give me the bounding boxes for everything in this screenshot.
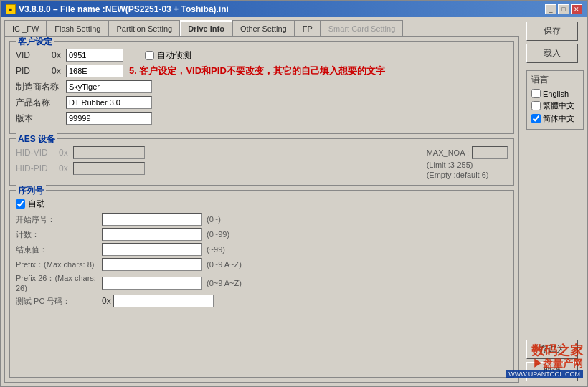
vid-input[interactable] [66,49,123,62]
hid-pid-input[interactable] [73,162,145,175]
serial-prefix8-label: Prefix：(Max chars: 8) [16,259,102,270]
watermark: 数码之家 ▶盘量产网 WWW.UPANTOOL.COM [506,344,583,378]
manufacturer-input[interactable] [66,80,152,93]
lang-traditional[interactable]: 繁體中文 [531,100,579,111]
tab-ic-fw[interactable]: IC _FW [4,20,47,36]
serial-end-hint: (~99) [207,245,225,254]
pc-code-label: 测试 PC 号码： [16,296,102,307]
lang-simplified-label: 简体中文 [543,113,574,124]
manufacturer-row: 制造商名称 [16,80,508,93]
main-area: IC _FW Flash Setting Partition Setting D… [1,17,587,386]
serial-prefix26-hint: (0~9 A~Z) [207,279,242,287]
serial-group-title: 序列号 [16,185,46,197]
serial-auto-checkbox[interactable] [16,199,25,209]
hid-vid-input[interactable] [73,146,145,159]
serial-auto-label: 自动 [28,198,45,210]
vid-label: VID [16,50,52,60]
window-title: V3.8.8.0 – File name :NEW(PS2251-03 + To… [19,4,229,14]
right-sidebar: 保存 载入 语言 English 繁體中文 简体中文 存贮为 [522,17,587,386]
serial-start-hint: (0~) [207,215,221,224]
minimize-button[interactable]: _ [545,4,556,14]
load-button[interactable]: 载入 [526,44,578,63]
language-group: 语言 English 繁體中文 简体中文 [526,70,584,130]
aes-left: HID-VID 0x HID-PID 0x [16,146,419,179]
serial-end-label: 结束值： [16,244,102,255]
maximize-button[interactable]: □ [558,4,569,14]
serial-count-input[interactable] [102,228,202,241]
lang-simplified-checkbox[interactable] [531,114,541,123]
serial-fields: 开始序号： (0~) 计数： (0~99) 结束值： (~99) [16,213,508,307]
serial-prefix8-hint: (0~9 A~Z) [207,260,242,269]
serial-group: 序列号 自动 开始序号： (0~) 计数： [9,190,514,378]
drive-info-panel: 客户设定 VID 0x 自动侦测 PID 0x [4,36,519,383]
serial-end-input[interactable] [102,243,202,256]
auto-detect-row: 自动侦测 [145,49,191,62]
hid-pid-row: HID-PID 0x [16,162,419,175]
product-row: 产品名称 [16,96,508,109]
product-input[interactable] [66,96,152,109]
serial-field-end: 结束值： (~99) [16,243,508,256]
max-noa-label: MAX_NOA : [427,148,469,157]
tab-smart-card-setting: Smart Card Setting [321,20,404,36]
serial-prefix26-label: Prefix 26：(Max chars: 26) [16,273,102,292]
close-button[interactable]: ✕ [571,4,582,14]
main-window: ■ V3.8.8.0 – File name :NEW(PS2251-03 + … [0,0,588,387]
tab-bar: IC _FW Flash Setting Partition Setting D… [4,20,519,36]
serial-prefix26-input[interactable] [102,277,202,290]
serial-start-label: 开始序号： [16,214,102,225]
customer-group: 客户设定 VID 0x 自动侦测 PID 0x [9,41,514,134]
pid-row: PID 0x 5. 客户设定，VID和PID不要改变，其它的自己填入想要的文字 [16,64,508,77]
lang-english-checkbox[interactable] [531,89,541,98]
watermark-line1: 数码之家 [506,344,583,358]
pc-code-prefix: 0x [102,296,111,306]
serial-count-label: 计数： [16,229,102,240]
window-controls: _ □ ✕ [545,4,582,14]
pc-code-input[interactable] [113,295,214,307]
serial-field-start: 开始序号： (0~) [16,213,508,226]
hid-vid-label: HID-VID [16,148,59,158]
aes-group-title: AES 设备 [16,133,57,145]
pid-input[interactable] [66,64,123,77]
title-bar-left: ■ V3.8.8.0 – File name :NEW(PS2251-03 + … [6,4,229,14]
hid-vid-prefix: 0x [59,148,73,158]
lang-english-label: English [543,90,569,98]
serial-prefix8-input[interactable] [102,258,202,271]
serial-field-count: 计数： (0~99) [16,228,508,241]
aes-group: AES 设备 HID-VID 0x HID-PID 0x [9,138,514,186]
serial-auto-row: 自动 [16,198,508,210]
serial-field-prefix26: Prefix 26：(Max chars: 26) (0~9 A~Z) [16,273,508,292]
version-row: 版本 [16,112,508,125]
serial-field-prefix8: Prefix：(Max chars: 8) (0~9 A~Z) [16,258,508,271]
product-label: 产品名称 [16,97,66,109]
aes-right: MAX_NOA : (Limit :3-255) (Empty :default… [427,146,508,179]
vid-prefix: 0x [52,50,66,60]
pid-label: PID [16,66,52,76]
auto-detect-label: 自动侦测 [157,49,191,62]
hid-pid-label: HID-PID [16,163,59,173]
tab-fp[interactable]: FP [295,20,321,36]
pc-code-row: 测试 PC 号码： 0x [16,295,508,307]
customer-group-title: 客户设定 [16,36,54,48]
version-input[interactable] [66,112,152,125]
lang-simplified[interactable]: 简体中文 [531,113,579,124]
save-button[interactable]: 保存 [526,22,578,41]
tab-flash-setting[interactable]: Flash Setting [47,20,108,36]
content-area: IC _FW Flash Setting Partition Setting D… [1,17,522,386]
serial-count-hint: (0~99) [207,230,229,239]
lang-traditional-label: 繁體中文 [543,100,574,111]
serial-start-input[interactable] [102,213,202,226]
hid-vid-row: HID-VID 0x [16,146,419,159]
lang-traditional-checkbox[interactable] [531,101,541,110]
max-noa-row: MAX_NOA : [427,146,508,159]
tab-partition-setting[interactable]: Partition Setting [108,20,180,36]
watermark-line3: WWW.UPANTOOL.COM [506,370,583,378]
app-icon: ■ [6,4,16,14]
hid-pid-prefix: 0x [59,163,73,173]
lang-english[interactable]: English [531,89,579,98]
max-noa-input[interactable] [472,146,508,159]
auto-detect-checkbox[interactable] [145,51,154,60]
version-label: 版本 [16,113,66,125]
tab-other-setting[interactable]: Other Setting [232,20,295,36]
pid-prefix: 0x [52,66,66,76]
tab-drive-info[interactable]: Drive Info [180,20,232,36]
